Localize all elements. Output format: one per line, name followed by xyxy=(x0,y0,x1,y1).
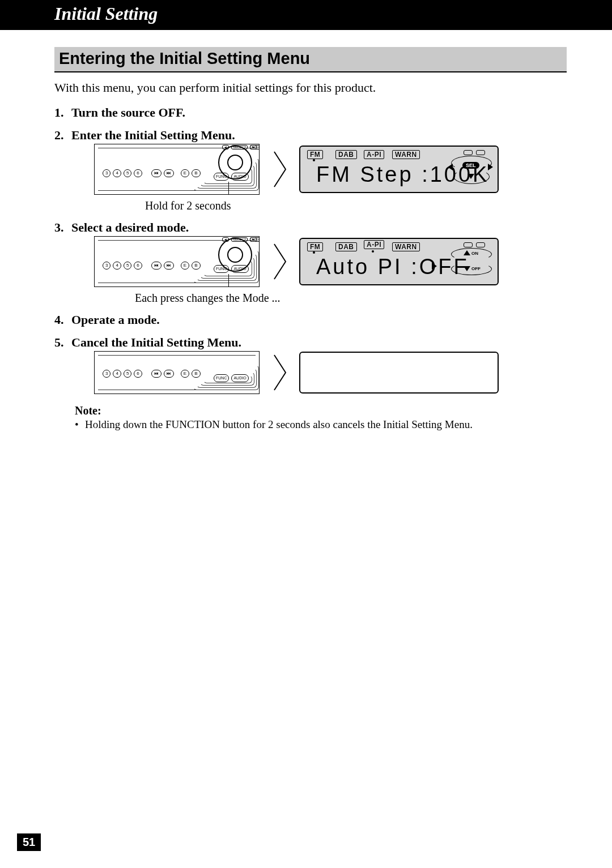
audio-button: AUDIO xyxy=(231,265,248,273)
note-title: Note: xyxy=(75,404,567,417)
warn-tag: WARN xyxy=(392,150,420,159)
note-item: Holding down the FUNCTION button for 2 s… xyxy=(75,418,567,431)
control-panel-step-3: ◄ SELECT ► SFEQ 3 4 5 6 ⏮ ⏭ E xyxy=(94,236,260,287)
skip-fwd-icon: ⏭ xyxy=(164,169,174,177)
lcd-display-step-2: FM DAB A-PI WARN FM Step :100K SEL xyxy=(299,146,499,193)
lcd-display-blank xyxy=(299,352,499,394)
right-triangle-icon xyxy=(432,263,437,270)
step-2: Enter the Initial Setting Menu. ◄ SELECT… xyxy=(54,128,567,212)
preset-6: 6 xyxy=(134,370,142,378)
control-panel-step-2: ◄ SELECT ► SFEQ 3 4 5 6 ⏮ ⏭ E xyxy=(94,144,260,195)
caption-hold: Hold for 2 seconds xyxy=(145,199,567,212)
func-audio-buttons: FUNC AUDIO xyxy=(214,374,249,382)
preset-4: 4 xyxy=(113,370,121,378)
b-label: B xyxy=(192,169,200,177)
arrow-right-icon xyxy=(271,242,288,281)
indicator-icon xyxy=(464,150,473,155)
skip-back-icon: ⏮ xyxy=(151,370,162,378)
skip-fwd-icon: ⏭ xyxy=(164,370,174,378)
dot-icon xyxy=(313,159,315,161)
func-audio-buttons: FUNC AUDIO xyxy=(214,265,249,273)
indicator-icon xyxy=(476,242,485,247)
lcd-display-step-3: FM DAB A-PI WARN Auto PI :OFF ON xyxy=(299,238,499,285)
note-block: Note: Holding down the FUNCTION button f… xyxy=(75,404,567,431)
api-tag: A-PI xyxy=(364,150,384,159)
func-button: FUNC xyxy=(214,173,229,181)
chapter-title: Initial Setting xyxy=(0,0,612,30)
indicator-icon xyxy=(464,242,473,247)
b-label: B xyxy=(192,370,200,378)
func-audio-buttons: FUNC AUDIO xyxy=(214,173,249,181)
dot-icon xyxy=(313,251,315,254)
dab-tag: DAB xyxy=(335,150,357,159)
chapter-title-text: Initial Setting xyxy=(54,3,158,24)
audio-button: AUDIO xyxy=(231,173,248,181)
preset-5: 5 xyxy=(124,370,131,378)
section-heading-text: Entering the Initial Setting Menu xyxy=(59,49,310,67)
step-4: Operate a mode. xyxy=(54,313,567,327)
preset-3: 3 xyxy=(103,262,110,270)
preset-5: 5 xyxy=(124,169,131,177)
skip-fwd-icon: ⏭ xyxy=(164,262,174,270)
on-label: ON xyxy=(471,251,478,256)
arrow-right-icon xyxy=(271,353,288,392)
preset-buttons: 3 4 5 6 ⏮ ⏭ E B xyxy=(103,169,201,177)
func-button: FUNC xyxy=(214,265,229,273)
b-label: B xyxy=(192,262,200,270)
warn-tag: WARN xyxy=(392,242,420,251)
off-label: OFF xyxy=(471,266,481,271)
sfeq-label: SFEQ xyxy=(250,237,260,242)
api-tag: A-PI xyxy=(364,240,384,249)
preset-buttons: 3 4 5 6 ⏮ ⏭ E B xyxy=(103,370,201,378)
step-3: Select a desired mode. ◄ SELECT ► SFEQ 3… xyxy=(54,220,567,305)
section-intro: With this menu, you can perform initial … xyxy=(54,80,567,95)
figure-step-5: 3 4 5 6 ⏮ ⏭ E B FUNC AUDIO xyxy=(94,351,567,394)
preset-6: 6 xyxy=(134,262,142,270)
caption-each-press: Each press changes the Mode ... xyxy=(135,292,567,305)
dab-tag: DAB xyxy=(335,242,357,251)
skip-back-icon: ⏮ xyxy=(151,169,162,177)
right-triangle-icon xyxy=(488,164,493,170)
preset-3: 3 xyxy=(103,370,110,378)
step-1-text: Turn the source OFF. xyxy=(71,105,185,119)
dot-icon xyxy=(372,250,374,253)
preset-6: 6 xyxy=(134,169,142,177)
select-label: SELECT xyxy=(231,145,248,149)
preset-buttons: 3 4 5 6 ⏮ ⏭ E B xyxy=(103,262,201,270)
step-5: Cancel the Initial Setting Menu. 3 4 5 6… xyxy=(54,335,567,431)
lcd-right-cluster: SEL xyxy=(448,150,493,187)
e-label: E xyxy=(181,370,189,378)
step-3-text: Select a desired mode. xyxy=(71,220,189,234)
down-triangle-icon xyxy=(468,174,474,179)
e-label: E xyxy=(181,262,189,270)
sfeq-label: SFEQ xyxy=(250,145,260,149)
func-button: FUNC xyxy=(214,374,229,382)
step-1: Turn the source OFF. xyxy=(54,105,567,120)
nav-left-icon: ◄ xyxy=(222,237,229,242)
step-5-text: Cancel the Initial Setting Menu. xyxy=(71,335,241,349)
pointer-line xyxy=(228,182,229,195)
preset-4: 4 xyxy=(113,262,121,270)
preset-4: 4 xyxy=(113,169,121,177)
up-triangle-icon xyxy=(464,250,470,255)
down-triangle-icon xyxy=(464,266,470,271)
section-heading: Entering the Initial Setting Menu xyxy=(54,47,567,72)
indicator-icon xyxy=(476,150,485,155)
fm-tag: FM xyxy=(307,150,323,159)
arrow-right-icon xyxy=(271,149,288,189)
preset-3: 3 xyxy=(103,169,110,177)
step-2-text: Enter the Initial Setting Menu. xyxy=(71,128,235,142)
fm-tag: FM xyxy=(307,242,323,251)
steps-list: Turn the source OFF. Enter the Initial S… xyxy=(54,105,567,431)
select-label: SELECT xyxy=(231,237,248,242)
lcd-right-cluster: ON OFF xyxy=(448,242,493,280)
e-label: E xyxy=(181,169,189,177)
page-number: 51 xyxy=(17,833,41,851)
audio-button: AUDIO xyxy=(231,374,248,382)
pointer-line xyxy=(228,274,229,287)
preset-5: 5 xyxy=(124,262,131,270)
lcd-main-text: Auto PI :OFF xyxy=(316,255,469,279)
control-panel-step-5: 3 4 5 6 ⏮ ⏭ E B FUNC AUDIO xyxy=(94,351,260,394)
left-triangle-icon xyxy=(448,164,453,170)
skip-back-icon: ⏮ xyxy=(151,262,162,270)
